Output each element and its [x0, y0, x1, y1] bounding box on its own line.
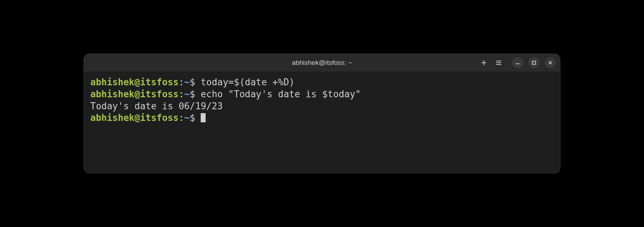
minimize-button[interactable] [512, 57, 523, 68]
command-text: today=$(date +%D) [201, 77, 294, 87]
minimize-icon [516, 61, 520, 65]
prompt-sep: : [178, 112, 184, 123]
prompt-user: abhishek@itsfoss [90, 89, 178, 99]
window-title: abhishek@itsfoss: ~ [292, 59, 352, 67]
titlebar: abhishek@itsfoss: ~ [84, 54, 560, 72]
terminal-body[interactable]: abhishek@itsfoss:~$ today=$(date +%D)abh… [84, 72, 560, 173]
maximize-button[interactable] [528, 57, 540, 68]
terminal-line: abhishek@itsfoss:~$ today=$(date +%D) [90, 76, 554, 88]
prompt-sep: : [178, 77, 184, 87]
plus-icon [481, 60, 487, 66]
terminal-line: abhishek@itsfoss:~$ echo "Today's date i… [90, 88, 554, 100]
terminal-line: abhishek@itsfoss:~$ [90, 112, 554, 124]
terminal-window: abhishek@itsfoss: ~ [84, 54, 560, 173]
close-button[interactable] [545, 57, 556, 68]
window-buttons [512, 57, 556, 68]
terminal-line: Today's date is 06/19/23 [90, 100, 554, 112]
cursor-icon [201, 113, 206, 122]
prompt-path: ~ [184, 112, 190, 123]
prompt-dollar: $ [190, 77, 201, 87]
new-tab-button[interactable] [480, 59, 488, 67]
prompt-path: ~ [184, 77, 190, 87]
prompt-path: ~ [184, 89, 190, 99]
maximize-icon [532, 61, 536, 65]
output-text: Today's date is 06/19/23 [90, 101, 223, 111]
close-icon [548, 61, 552, 65]
command-text: echo "Today's date is $today" [201, 89, 361, 99]
hamburger-icon [496, 60, 502, 66]
svg-rect-6 [533, 61, 536, 65]
prompt-user: abhishek@itsfoss [90, 112, 178, 123]
prompt-user: abhishek@itsfoss [90, 77, 178, 87]
menu-button[interactable] [494, 59, 503, 67]
prompt-sep: : [178, 89, 184, 99]
titlebar-controls [480, 57, 556, 68]
prompt-dollar: $ [190, 89, 201, 99]
prompt-dollar: $ [190, 112, 201, 123]
